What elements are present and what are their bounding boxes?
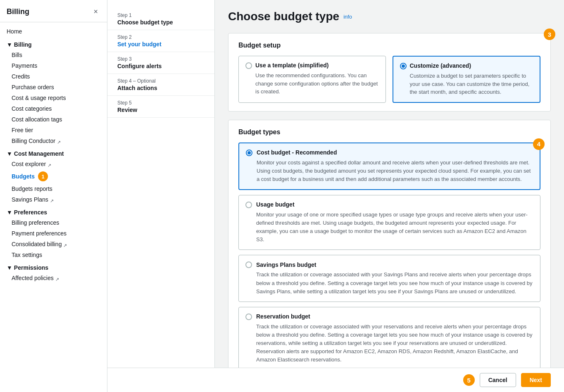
cost-budget-title: Cost budget - Recommended	[257, 149, 337, 156]
budget-types-title: Budget types	[238, 128, 540, 136]
sidebar-item-bills[interactable]: Bills	[0, 50, 107, 60]
cost-budget-header: Cost budget - Recommended	[246, 149, 533, 156]
sidebar-title: Billing	[7, 7, 29, 16]
sidebar-item-home[interactable]: Home	[0, 26, 107, 37]
sidebar-item-payments[interactable]: Payments	[0, 60, 107, 71]
sidebar-item-affected-policies[interactable]: Affected policies	[0, 273, 107, 283]
external-link-icon	[55, 276, 60, 280]
customize-radio[interactable]	[400, 63, 407, 69]
customize-title: Customize (advanced)	[410, 62, 471, 69]
footer-badge-wrap: 5	[462, 374, 475, 386]
sidebar-item-budgets[interactable]: Budgets 1	[0, 169, 107, 183]
savings-budget-title: Savings Plans budget	[256, 261, 316, 268]
sidebar-section-permissions[interactable]: ▼ Permissions	[0, 260, 107, 273]
page-title-row: Choose budget type info	[228, 10, 551, 23]
cost-radio[interactable]	[246, 150, 252, 156]
savings-budget-desc: Track the utilization or coverage associ…	[256, 271, 533, 295]
sidebar-item-consolidated-billing[interactable]: Consolidated billing	[0, 239, 107, 249]
sidebar-item-credits[interactable]: Credits	[0, 71, 107, 82]
sidebar-item-cost-categories[interactable]: Cost categories	[0, 103, 107, 114]
sidebar-item-budgets-reports[interactable]: Budgets reports	[0, 183, 107, 194]
step-1: Step 1 Choose budget type	[107, 8, 214, 30]
template-header: Use a template (simplified)	[245, 62, 379, 69]
external-link-icon	[48, 162, 52, 166]
sidebar-item-free-tier[interactable]: Free tier	[0, 125, 107, 135]
sidebar-item-cost-usage-reports[interactable]: Cost & usage reports	[0, 93, 107, 103]
savings-radio[interactable]	[245, 261, 252, 268]
external-link-icon	[63, 242, 68, 247]
step-3: Step 3 Configure alerts	[107, 52, 214, 74]
badge-5: 5	[463, 374, 475, 386]
sidebar-header: Billing ×	[0, 0, 107, 22]
budget-type-reservation[interactable]: Reservation budget Track the utilization…	[238, 307, 540, 368]
sidebar-section-cost-management[interactable]: ▼ Cost Management	[0, 146, 107, 159]
sidebar-item-cost-allocation-tags[interactable]: Cost allocation tags	[0, 114, 107, 125]
external-link-icon	[50, 197, 55, 202]
badge-4: 4	[533, 138, 545, 150]
budget-type-usage[interactable]: Usage budget Monitor your usage of one o…	[238, 195, 540, 250]
savings-budget-header: Savings Plans budget	[245, 261, 533, 268]
usage-budget-desc: Monitor your usage of one or more specif…	[256, 211, 533, 244]
usage-radio[interactable]	[245, 202, 252, 208]
budget-setup-card: 3 Budget setup Use a template (simplifie…	[228, 33, 551, 112]
sidebar-item-payment-preferences[interactable]: Payment preferences	[0, 228, 107, 239]
external-link-icon	[57, 138, 62, 143]
steps-panel: Step 1 Choose budget type Step 2 Set you…	[107, 0, 215, 368]
footer: 5 Cancel Next	[107, 368, 564, 392]
usage-budget-title: Usage budget	[256, 201, 295, 208]
info-link[interactable]: info	[343, 14, 352, 20]
step-5: Step 5 Review	[107, 96, 214, 118]
cancel-button[interactable]: Cancel	[480, 373, 516, 387]
page-title: Choose budget type	[228, 10, 339, 23]
step-2: Step 2 Set your budget	[107, 30, 214, 52]
main-area: Step 1 Choose budget type Step 2 Set you…	[107, 0, 564, 392]
sidebar-item-purchase-orders[interactable]: Purchase orders	[0, 82, 107, 93]
sidebar-close-button[interactable]: ×	[91, 7, 100, 17]
sidebar-section-billing[interactable]: ▼ Billing	[0, 37, 107, 50]
sidebar-item-billing-preferences[interactable]: Billing preferences	[0, 217, 107, 228]
budget-setup-options: Use a template (simplified) Use the reco…	[238, 56, 540, 103]
template-desc: Use the recommended configurations. You …	[255, 71, 379, 96]
sidebar: Billing × Home ▼ Billing Bills Payments …	[0, 0, 107, 392]
customize-header: Customize (advanced)	[400, 62, 533, 69]
reservation-radio[interactable]	[245, 314, 252, 320]
next-button[interactable]: Next	[521, 373, 551, 387]
budget-option-customize[interactable]: Customize (advanced) Customize a budget …	[393, 56, 541, 103]
sidebar-item-tax-settings[interactable]: Tax settings	[0, 249, 107, 260]
budget-types-card: Budget types 4 Cost budget - Recommended…	[228, 120, 551, 368]
sidebar-navigation: Home ▼ Billing Bills Payments Credits Pu…	[0, 22, 107, 392]
page-content: Choose budget type info 3 Budget setup U…	[215, 0, 564, 368]
content-area: Step 1 Choose budget type Step 2 Set you…	[107, 0, 564, 368]
template-radio[interactable]	[245, 62, 252, 69]
template-title: Use a template (simplified)	[255, 62, 328, 69]
budget-type-savings[interactable]: Savings Plans budget Track the utilizati…	[238, 255, 540, 302]
sidebar-item-savings-plans[interactable]: Savings Plans	[0, 194, 107, 205]
step-4: Step 4 – Optional Attach actions	[107, 74, 214, 96]
badge-3: 3	[544, 29, 555, 40]
budget-option-template[interactable]: Use a template (simplified) Use the reco…	[238, 56, 386, 103]
sidebar-section-preferences[interactable]: ▼ Preferences	[0, 205, 107, 217]
reservation-budget-desc: Track the utilization or coverage associ…	[256, 323, 533, 364]
sidebar-item-billing-conductor[interactable]: Billing Conductor	[0, 135, 107, 146]
budget-type-cost[interactable]: 4 Cost budget - Recommended Monitor your…	[238, 143, 540, 190]
step-2-link[interactable]: Set your budget	[117, 41, 205, 48]
badge-1: 1	[38, 171, 48, 181]
reservation-budget-title: Reservation budget	[256, 313, 310, 320]
budget-setup-title: Budget setup	[238, 42, 540, 49]
usage-budget-header: Usage budget	[245, 201, 533, 208]
cost-budget-desc: Monitor your costs against a specified d…	[257, 159, 533, 183]
sidebar-item-cost-explorer[interactable]: Cost explorer	[0, 159, 107, 169]
reservation-budget-header: Reservation budget	[245, 313, 533, 320]
customize-desc: Customize a budget to set parameters spe…	[410, 72, 533, 96]
